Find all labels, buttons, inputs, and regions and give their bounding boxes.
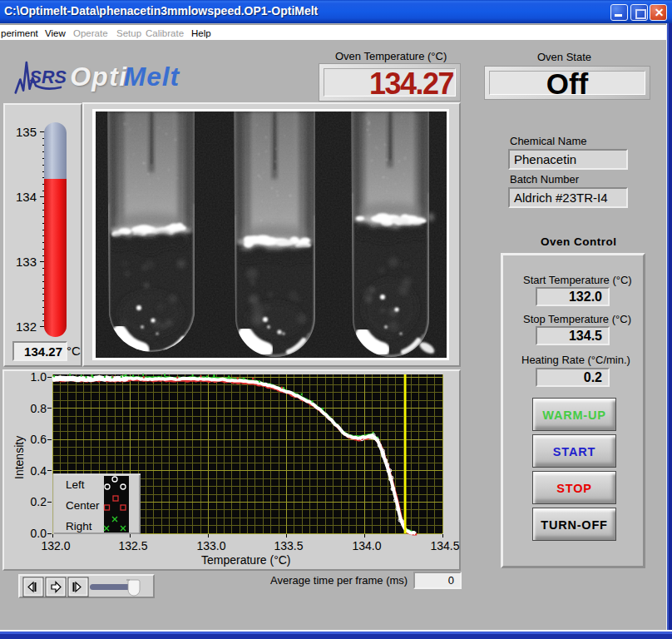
svg-text:Center: Center: [66, 499, 100, 512]
svg-text:Melt: Melt: [124, 62, 180, 92]
svg-text:135: 135: [16, 125, 37, 139]
svg-text:132: 132: [16, 320, 37, 334]
svg-text:133: 133: [16, 255, 37, 269]
svg-text:Left: Left: [66, 478, 85, 491]
svg-text:Right: Right: [66, 520, 92, 532]
svg-text:SRS: SRS: [30, 67, 67, 87]
svg-text:Opti: Opti: [70, 62, 127, 92]
svg-text:134: 134: [16, 190, 37, 204]
